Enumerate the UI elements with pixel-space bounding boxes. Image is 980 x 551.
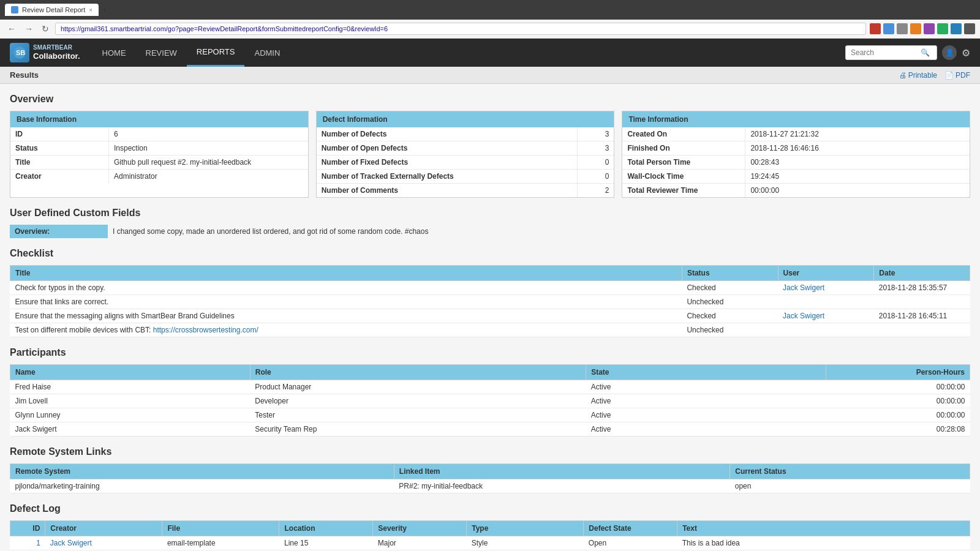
nav-icon-7[interactable] xyxy=(951,23,962,34)
checklist-user-link[interactable]: Jack Swigert xyxy=(783,283,824,292)
time-row-3: Wall-Clock Time 19:24:45 xyxy=(622,170,970,184)
defect-id-link[interactable]: 1 xyxy=(36,539,40,547)
checklist-row: Ensure that the messaging aligns with Sm… xyxy=(10,309,970,323)
defect-label-0: Number of Defects xyxy=(317,127,578,141)
defect-row-0: Number of Defects 3 xyxy=(317,127,614,141)
nav-icon-2[interactable] xyxy=(883,23,894,34)
nav-icon-3[interactable] xyxy=(897,23,908,34)
search-input[interactable] xyxy=(851,48,918,57)
nav-admin[interactable]: ADMIN xyxy=(244,39,290,67)
back-button[interactable]: ← xyxy=(5,23,18,35)
nav-review[interactable]: REVIEW xyxy=(136,39,187,67)
nav-icon-5[interactable] xyxy=(924,23,935,34)
custom-field-value: I changed some copy, made an unordered l… xyxy=(108,225,433,238)
defect-creator-link[interactable]: Jack Swigert xyxy=(50,539,92,547)
custom-fields: Overview: I changed some copy, made an u… xyxy=(10,225,970,238)
participant-role: Tester xyxy=(250,408,586,422)
nav-icon-4[interactable] xyxy=(910,23,921,34)
browser-chrome: Review Detail Report × + xyxy=(0,0,980,20)
base-row-title: Title Github pull request #2. my-initial… xyxy=(10,156,308,170)
participant-name: Jack Swigert xyxy=(10,422,251,437)
defect-id-cell: 1 xyxy=(10,536,45,550)
pdf-icon: 📄 xyxy=(944,71,954,80)
tab-title: Review Detail Report xyxy=(22,6,85,13)
defect-log-title: Defect Log xyxy=(10,503,970,514)
url-text: https://gmail361.smartbeartrial.com/go?p… xyxy=(61,25,861,32)
pdf-link[interactable]: 📄 PDF xyxy=(944,71,970,80)
reload-button[interactable]: ↻ xyxy=(39,23,51,35)
remote-system-table: Remote System Linked Item Current Status… xyxy=(10,463,970,493)
page-content: Overview Base Information ID 6 Status In… xyxy=(0,84,980,551)
browser-nav-icons xyxy=(870,23,975,34)
base-label-id: ID xyxy=(10,127,108,141)
defect-row-3: Number of Tracked Externally Defects 0 xyxy=(317,170,614,184)
nav-home[interactable]: HOME xyxy=(92,39,136,67)
participant-hours: 00:00:00 xyxy=(826,394,970,408)
defect-file-cell: email-template xyxy=(162,536,279,550)
time-label-4: Total Reviewer Time xyxy=(622,184,745,197)
tab-close-button[interactable]: × xyxy=(89,7,92,13)
time-value-2: 00:28:43 xyxy=(745,156,970,169)
nav-icon-8[interactable] xyxy=(964,23,975,34)
custom-field-label: Overview: xyxy=(10,225,108,238)
user-icon[interactable]: 👤 xyxy=(942,45,957,60)
nav-reports[interactable]: REPORTS xyxy=(187,39,245,67)
defect-state-cell: Open xyxy=(584,536,677,550)
time-value-3: 19:24:45 xyxy=(745,170,970,183)
forward-button[interactable]: → xyxy=(22,23,36,35)
checklist-user-link[interactable]: Jack Swigert xyxy=(783,312,824,320)
defect-info-card: Defect Information Number of Defects 3 N… xyxy=(316,111,615,198)
checklist-row: Ensure that links are correct. Unchecked xyxy=(10,295,970,309)
search-icon: 🔍 xyxy=(921,48,930,57)
checklist-title-cell: Ensure that the messaging aligns with Sm… xyxy=(10,309,682,323)
participants-row: Jim Lovell Developer Active 00:00:00 xyxy=(10,394,970,408)
base-value-id: 6 xyxy=(108,127,308,141)
checklist-date-cell xyxy=(874,295,970,309)
checklist-row: Check for typos in the copy. Checked Jac… xyxy=(10,281,970,295)
checklist-link[interactable]: https://crossbrowsertesting.com/ xyxy=(153,326,258,334)
logo-icon: SB xyxy=(10,43,29,62)
remote-header-row: Remote System Linked Item Current Status xyxy=(10,464,970,479)
new-tab-button[interactable]: + xyxy=(102,6,107,14)
base-value-title: Github pull request #2. my-initial-feedb… xyxy=(108,156,308,169)
base-label-creator: Creator xyxy=(10,170,108,183)
overview-cards: Base Information ID 6 Status Inspection … xyxy=(10,111,970,198)
participant-role: Security Team Rep xyxy=(250,422,586,437)
base-value-creator: Administrator xyxy=(108,170,308,183)
checklist-row: Test on different mobile devices with CB… xyxy=(10,323,970,337)
time-value-1: 2018-11-28 16:46:16 xyxy=(745,141,970,155)
nav-icon-1[interactable] xyxy=(870,23,881,34)
base-row-status: Status Inspection xyxy=(10,141,308,156)
nav-icon-6[interactable] xyxy=(937,23,948,34)
remote-row: pjlonda/marketing-training PR#2: my-init… xyxy=(10,479,970,493)
participant-hours: 00:00:00 xyxy=(826,380,970,394)
checklist-user-cell xyxy=(778,295,874,309)
defect-col-file: File xyxy=(162,521,279,536)
brand-name: SMARTBEAR xyxy=(33,44,80,51)
time-label-1: Finished On xyxy=(622,141,745,155)
settings-icon[interactable]: ⚙ xyxy=(962,47,970,59)
time-value-0: 2018-11-27 21:21:32 xyxy=(745,127,970,141)
defect-col-severity: Severity xyxy=(373,521,467,536)
base-row-creator: Creator Administrator xyxy=(10,170,308,183)
remote-col-system: Remote System xyxy=(10,464,394,479)
defect-type-cell: Style xyxy=(467,536,584,550)
checklist-col-user: User xyxy=(778,266,874,281)
defect-value-1: 3 xyxy=(577,141,614,155)
checklist-user-cell xyxy=(778,323,874,337)
printable-link[interactable]: 🖨 Printable xyxy=(899,71,937,80)
checklist-date-cell: 2018-11-28 15:35:57 xyxy=(874,281,970,295)
checklist-status-cell: Checked xyxy=(682,281,778,295)
header-right: 🔍 👤 ⚙ xyxy=(845,45,970,60)
participants-row: Glynn Lunney Tester Active 00:00:00 xyxy=(10,408,970,422)
app-logo: SB SMARTBEAR Collaboritor. xyxy=(10,43,80,62)
checklist-title: Checklist xyxy=(10,248,970,259)
checklist-col-date: Date xyxy=(874,266,970,281)
defect-location-cell: Line 15 xyxy=(279,536,373,550)
results-bar: Results 🖨 Printable 📄 PDF xyxy=(0,67,980,84)
time-value-4: 00:00:00 xyxy=(745,184,970,197)
address-bar[interactable]: https://gmail361.smartbeartrial.com/go?p… xyxy=(55,23,866,35)
participant-hours: 00:00:00 xyxy=(826,408,970,422)
participant-name: Jim Lovell xyxy=(10,394,251,408)
browser-tab[interactable]: Review Detail Report × xyxy=(5,4,99,16)
